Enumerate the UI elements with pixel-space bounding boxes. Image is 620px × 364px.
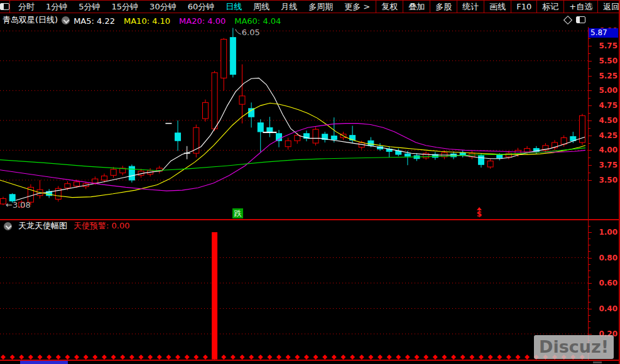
axis-tick (589, 264, 590, 265)
period-tab-6[interactable]: 60分钟 (182, 1, 220, 13)
action-button-5[interactable]: 画线 (484, 1, 511, 13)
action-button-9[interactable]: 返回 (597, 1, 620, 13)
price-axis-label-4.25: 4.25 (590, 131, 617, 140)
dollar-marker-badge: $ (474, 207, 484, 219)
period-tab-7[interactable]: 日线 (220, 1, 247, 13)
svg-text:6.05: 6.05 (242, 28, 260, 37)
action-button-1[interactable]: 复权 (376, 1, 403, 13)
period-tabs: 分时1分钟5分钟15分钟30分钟60分钟日线周线月线多周期更多 > (10, 1, 376, 13)
pane-toggle-icon[interactable] (576, 16, 585, 23)
legend-row: 青岛双星(日线) MA5: 4.22MA10: 4.10MA20: 4.00MA… (0, 14, 620, 26)
axis-tick (589, 289, 590, 290)
indicator-alert-value: 天使预警: 0.00 (73, 220, 129, 232)
main-candlestick-chart[interactable]: 6.05←3.08 (0, 27, 588, 220)
ma-legend-item-3: MA20: 4.00 (179, 16, 226, 26)
action-button-4[interactable]: 统计 (457, 1, 484, 13)
period-tab-11[interactable]: 更多 > (339, 1, 376, 13)
discuz-watermark: Discuz! (534, 335, 614, 359)
split-pane-icon (0, 3, 9, 10)
price-axis-label-5.25: 5.25 (590, 72, 617, 80)
axis-tick (589, 321, 590, 322)
action-button-3[interactable]: 多股 (430, 1, 457, 13)
action-button-7[interactable]: 标记 (536, 1, 563, 13)
axis-tick (589, 113, 590, 114)
price-axis-label-4.75: 4.75 (590, 101, 617, 110)
axis-tick (589, 143, 590, 144)
period-tab-4[interactable]: 15分钟 (106, 1, 144, 13)
ma-legend: MA5: 4.22MA10: 4.10MA20: 4.00MA60: 4.04 (73, 14, 290, 26)
indicator-axis-label-0.80: 0.80 (590, 254, 617, 262)
period-tab-8[interactable]: 周线 (247, 1, 275, 13)
main-chart-svg: 6.05←3.08 (0, 27, 588, 220)
action-button-2[interactable]: 叠加 (403, 1, 430, 13)
price-axis-label-3.75: 3.75 (590, 161, 617, 169)
price-axis-label-5.50: 5.50 (590, 56, 617, 65)
action-button-8[interactable]: +自选 (563, 1, 597, 13)
axis-tick (589, 158, 590, 158)
indicator-title: 天龙天使幅图 (18, 220, 67, 232)
ma-legend-item-2: MA10: 4.10 (124, 16, 170, 26)
bottom-axis-line (0, 360, 620, 361)
price-axis-label-5.00: 5.00 (590, 86, 617, 95)
axis-tick (589, 226, 590, 227)
axis-tick (589, 315, 590, 316)
price-axis-label-3.50: 3.50 (590, 176, 617, 185)
axis-tick (589, 128, 590, 129)
period-tab-2[interactable]: 1分钟 (40, 1, 73, 13)
indicator-bar-chart[interactable] (0, 231, 588, 360)
axis-tick (589, 296, 590, 296)
indicator-axis-label-0.40: 0.40 (590, 304, 617, 313)
ma-legend-item-1: MA5: 4.22 (73, 16, 115, 26)
diamond-marker-icon[interactable] (563, 15, 572, 24)
axis-tick (589, 270, 590, 271)
price-axis: 5.87 6.005.755.505.255.004.754.504.254.0… (589, 27, 619, 219)
period-tab-5[interactable]: 30分钟 (144, 1, 182, 13)
stock-title: 青岛双星(日线) (3, 14, 58, 26)
action-button-6[interactable]: F10 (511, 1, 536, 13)
signal-bar (212, 232, 217, 360)
axis-tick (589, 251, 590, 252)
axis-tick (589, 98, 590, 99)
period-tab-1[interactable]: 分时 (13, 1, 40, 13)
period-tab-10[interactable]: 多周期 (303, 1, 339, 13)
period-tab-9[interactable]: 月线 (275, 1, 303, 13)
axis-tick (589, 302, 590, 302)
axis-tick (589, 245, 590, 245)
axis-tick (589, 38, 590, 39)
axis-tick (589, 328, 590, 328)
axis-tick (589, 68, 590, 69)
date-axis-label (20, 361, 68, 364)
axis-tick (589, 53, 590, 54)
axis-tick (589, 238, 590, 239)
fall-marker-badge: 跌 (232, 208, 243, 218)
sub-chart-svg (0, 231, 588, 360)
price-axis-label-5.75: 5.75 (590, 41, 617, 50)
action-buttons: 复权叠加多股统计画线F10标记+自选返回 (376, 1, 620, 13)
split-pane-button[interactable] (0, 1, 10, 13)
chevron-down-icon[interactable] (62, 16, 70, 24)
indicator-axis-label-0.60: 0.60 (590, 279, 617, 287)
price-axis-label-4.00: 4.00 (590, 146, 617, 154)
period-tab-3[interactable]: 5分钟 (73, 1, 106, 13)
price-axis-label-4.50: 4.50 (590, 116, 617, 125)
price-highlight-badge: 5.87 (589, 28, 618, 38)
axis-tick (589, 173, 590, 173)
period-toolbar: 分时1分钟5分钟15分钟30分钟60分钟日线周线月线多周期更多 > 复权叠加多股… (0, 0, 620, 13)
trading-app-window: 分时1分钟5分钟15分钟30分钟60分钟日线周线月线多周期更多 > 复权叠加多股… (0, 0, 620, 364)
indicator-axis-label-1.00: 1.00 (590, 228, 617, 237)
svg-text:←3.08: ←3.08 (6, 200, 31, 210)
ma-legend-item-4: MA60: 4.04 (234, 16, 281, 26)
axis-tick (589, 277, 590, 277)
chevron-down-icon[interactable] (4, 222, 12, 230)
status-mark (593, 361, 602, 363)
indicator-header: 天龙天使幅图 天使预警: 0.00 (0, 221, 584, 231)
axis-tick (589, 83, 590, 83)
